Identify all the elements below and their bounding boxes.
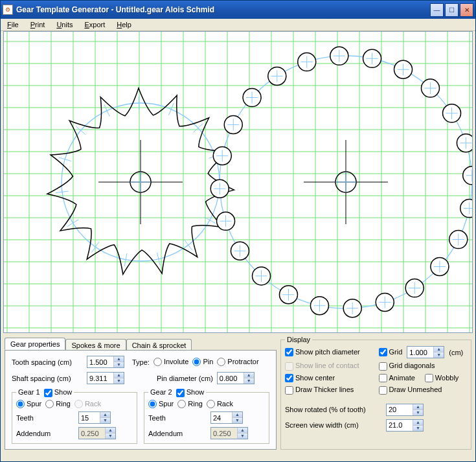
- gear1-rack: Rack: [74, 400, 101, 409]
- gear1-addendum-spinner: ▲▼: [78, 427, 116, 439]
- tab-chain[interactable]: Chain & sprocket: [126, 339, 192, 351]
- titlebar: ⚙ Gear Template Generator - Untitled.gea…: [1, 1, 475, 19]
- maximize-button[interactable]: ☐: [445, 3, 459, 17]
- chk-unmeshed[interactable]: Draw Unmeshed: [379, 386, 442, 395]
- show-rotated-spinner[interactable]: ▲▼: [386, 404, 424, 416]
- type-protractor[interactable]: Protractor: [217, 358, 258, 367]
- screen-width-label: Screen view width (cm): [285, 421, 382, 429]
- type-label: Type:: [132, 358, 150, 366]
- pin-diameter-label: Pin diameter (cm): [157, 375, 213, 382]
- pin-diameter-spinner[interactable]: ▲▼: [217, 372, 255, 384]
- gear1-addendum-label: Addendum: [16, 430, 74, 437]
- menu-units[interactable]: Units: [56, 21, 73, 29]
- gear1-teeth-label: Teeth: [16, 414, 74, 422]
- display-group: Display Show pitch diameter Grid ▲▼ (cm)…: [280, 336, 471, 450]
- tooth-spacing-spinner[interactable]: ▲▼: [87, 356, 124, 368]
- tooth-spacing-label: Tooth spacing (cm): [12, 358, 83, 366]
- tooth-spacing-input[interactable]: [87, 356, 113, 367]
- shaft-spacing-label: Shaft spacing (cm): [12, 375, 83, 382]
- gear2-addendum-label: Addendum: [148, 430, 207, 437]
- menu-file[interactable]: File: [7, 21, 19, 29]
- svg-line-42: [168, 103, 174, 115]
- tab-spokes[interactable]: Spokes & more: [65, 339, 126, 351]
- tab-gear-properties[interactable]: Gear properties: [5, 338, 65, 350]
- chk-grid-diag[interactable]: Grid diagonals: [379, 362, 435, 371]
- show-rotated-label: Show rotated (% of tooth): [285, 406, 382, 413]
- close-button[interactable]: ✕: [460, 3, 473, 17]
- shaft-spacing-input[interactable]: [87, 373, 113, 384]
- shaft-spacing-spinner[interactable]: ▲▼: [87, 372, 124, 384]
- pin-diameter-input[interactable]: [218, 373, 244, 384]
- menu-export[interactable]: Export: [84, 21, 105, 29]
- svg-line-40: [104, 105, 110, 117]
- svg-line-39: [76, 126, 85, 135]
- type-involute[interactable]: Involute: [153, 358, 189, 367]
- gear2-rack[interactable]: Rack: [207, 400, 233, 409]
- gear1-group: Gear 1 Show Spur Ring Rack Teeth ▲▼ Adde…: [12, 388, 137, 444]
- gear2-addendum-spinner: ▲▼: [210, 427, 248, 439]
- gear1-teeth-spinner[interactable]: ▲▼: [78, 411, 111, 424]
- canvas-area[interactable]: [3, 31, 473, 333]
- chk-pitch[interactable]: Show pitch diameter: [285, 348, 360, 357]
- gear2-spur[interactable]: Spur: [148, 400, 174, 409]
- chk-grid[interactable]: Grid: [379, 348, 403, 357]
- gear2-show[interactable]: Show: [176, 388, 205, 396]
- gear1-ring[interactable]: Ring: [45, 400, 71, 409]
- tab-body-gear-properties: Tooth spacing (cm) ▲▼ Type: Involute Pin…: [5, 350, 277, 450]
- chk-thicker[interactable]: Draw Thicker lines: [285, 386, 354, 395]
- app-icon: ⚙: [3, 5, 13, 15]
- type-pin[interactable]: Pin: [192, 358, 213, 367]
- chk-line-contact: Show line of contact: [285, 362, 359, 371]
- gear2-teeth-label: Teeth: [148, 414, 207, 422]
- menubar: File Print Units Export Help: [1, 19, 475, 31]
- gear2-group: Gear 2 Show Spur Ring Rack Teeth ▲▼ Adde…: [144, 388, 269, 444]
- chk-center[interactable]: Show center: [285, 374, 335, 383]
- chk-wobbly[interactable]: Wobbly: [425, 374, 459, 383]
- svg-line-47: [185, 240, 192, 250]
- screen-width-spinner[interactable]: ▲▼: [386, 419, 424, 432]
- gear2-teeth-spinner[interactable]: ▲▼: [210, 411, 243, 424]
- menu-print[interactable]: Print: [30, 21, 45, 29]
- gear1-spur[interactable]: Spur: [16, 400, 41, 409]
- chk-animate[interactable]: Animate: [379, 374, 415, 383]
- minimize-button[interactable]: —: [430, 3, 444, 17]
- window-title: Gear Template Generator - Untitled.gear …: [16, 5, 430, 14]
- menu-help[interactable]: Help: [117, 21, 131, 29]
- gear2-ring[interactable]: Ring: [177, 400, 203, 409]
- grid-spinner[interactable]: ▲▼: [407, 346, 444, 358]
- gear1-show[interactable]: Show: [44, 388, 73, 396]
